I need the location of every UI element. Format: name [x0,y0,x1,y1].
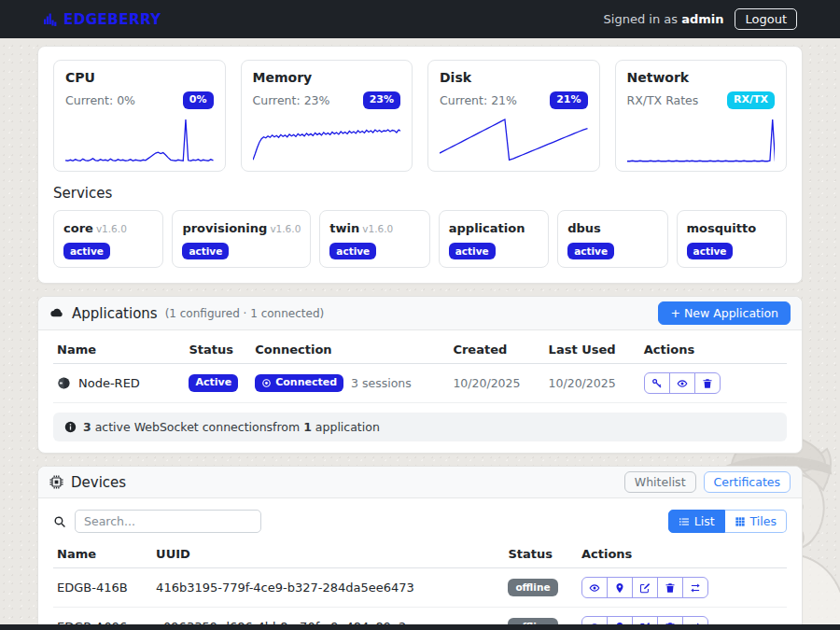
key-icon [651,378,663,389]
column-header-status: Status [504,539,578,568]
service-status-badge: active [329,243,376,259]
metric-current-value: Current: 21% [440,93,517,107]
application-name: Node-RED [78,376,140,390]
trash-icon [702,378,713,389]
devices-title: Devices [71,474,126,491]
cpu-sparkline-chart [65,115,214,163]
metric-title: Memory [253,70,401,85]
service-name: twin [329,221,359,235]
service-name: mosquitto [687,221,757,235]
application-count: 1 [303,420,312,434]
search-icon [53,515,66,528]
service-name: application [449,221,525,235]
list-icon [679,516,690,527]
view-device-button[interactable] [581,577,608,598]
metric-card-network: Network RX/TX Rates RX/TX [615,60,788,172]
application-actions [644,372,721,394]
tiles-icon [735,516,746,527]
service-name: core [63,221,93,235]
metric-title: Network [627,70,776,85]
column-header-name: Name [53,334,185,364]
brand-name: EDGEBERRY [63,11,161,28]
applications-title: Applications [72,305,158,322]
locate-device-button[interactable] [607,577,633,598]
connection-count: 3 [83,420,91,434]
edit-device-button[interactable] [632,577,658,598]
metric-current-value: Current: 23% [253,93,330,107]
map-pin-icon [614,582,625,594]
delete-button[interactable] [694,372,721,394]
metric-badge: 0% [183,91,214,109]
bottom-bar [0,624,840,630]
device-status-badge: offline [508,579,557,595]
services-row: corev1.6.0 active provisioningv1.6.0 act… [53,210,787,268]
device-search-input[interactable] [75,510,261,533]
column-header-uuid: UUID [152,539,504,568]
metric-badge: RX/TX [727,91,775,109]
service-status-badge: active [63,243,110,259]
devices-header: Devices Whitelist Certificates [38,467,802,498]
brand[interactable]: EDGEBERRY [43,11,161,28]
applications-summary: (1 configured · 1 connected) [165,307,325,320]
view-button[interactable] [669,372,695,394]
service-card-dbus: dbus active [557,210,667,268]
sessions-count: 3 sessions [351,376,412,390]
list-view-button[interactable]: List [668,510,725,533]
services-heading: Services [53,185,787,202]
disk-sparkline-chart [440,115,588,163]
new-application-button[interactable]: + New Application [658,301,791,325]
metric-current-value: Current: 0% [65,93,135,107]
transfer-device-button[interactable] [682,577,708,598]
service-version: v1.6.0 [362,223,393,234]
view-toggle: List Tiles [668,510,787,533]
service-card-mosquitto: mosquitto active [677,210,787,268]
service-name: dbus [567,221,601,235]
transfer-arrows-icon [690,582,701,594]
chip-icon [49,475,63,489]
service-status-badge: active [182,243,229,259]
service-card-provisioning: provisioningv1.6.0 active [172,210,311,268]
trash-icon [665,582,676,594]
token-button[interactable] [644,372,670,394]
service-status-badge: active [449,243,496,259]
service-version: v1.6.0 [96,223,127,234]
metric-title: Disk [440,70,588,85]
column-header-last-used: Last Used [545,334,640,364]
info-icon [64,421,77,433]
device-row: EDGB-416B 416b3195-779f-4ce9-b327-284da5… [53,568,787,608]
service-name: provisioning [182,221,267,235]
tiles-view-button[interactable]: Tiles [725,510,787,533]
top-navbar: EDGEBERRY Signed in as admin Logout [0,0,840,38]
metric-badge: 23% [363,91,400,109]
delete-device-button[interactable] [657,577,683,598]
column-header-connection: Connection [251,334,449,364]
network-sparkline-chart [627,115,776,163]
metric-current-value: RX/TX Rates [627,93,699,107]
created-date: 10/20/2025 [449,364,544,403]
device-actions [581,577,708,598]
metric-badge: 21% [550,91,587,109]
signed-in-text: Signed in as admin [604,12,724,26]
service-card-twin: twinv1.6.0 active [319,210,429,268]
system-overview-card: CPU Current: 0% 0% Memory Current: 23% 2… [37,46,803,284]
logout-button[interactable]: Logout [735,8,797,30]
metric-card-memory: Memory Current: 23% 23% [241,60,413,172]
edit-icon [639,582,651,594]
application-icon [57,376,71,390]
certificates-button[interactable]: Certificates [704,471,791,493]
device-name: EDGB-416B [53,568,152,608]
metric-card-disk: Disk Current: 21% 21% [427,60,600,172]
metrics-row: CPU Current: 0% 0% Memory Current: 23% 2… [53,60,787,172]
column-header-status: Status [185,334,251,364]
metric-title: CPU [65,70,214,85]
eye-icon [589,582,600,594]
cloud-icon [49,306,64,321]
service-status-badge: active [567,243,614,259]
application-status-badge: Active [189,374,238,392]
username: admin [681,12,723,26]
connected-dot-icon [261,378,272,388]
whitelist-button[interactable]: Whitelist [624,471,696,493]
websocket-info-strip: 3 active WebSocket connectionsfrom 1 app… [53,413,787,441]
applications-card: Applications (1 configured · 1 connected… [37,296,803,454]
connection-badge: Connected [255,374,343,392]
